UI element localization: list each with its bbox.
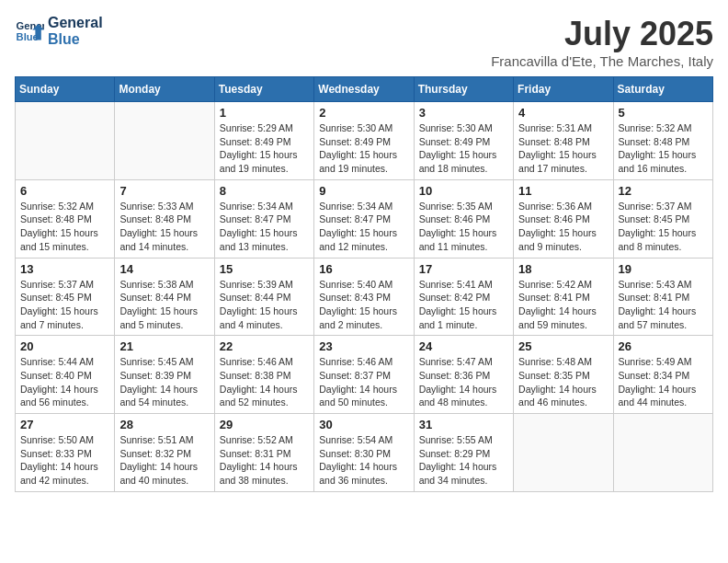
day-number: 13	[20, 262, 109, 276]
calendar-cell	[514, 414, 613, 492]
calendar-cell: 3Sunrise: 5:30 AM Sunset: 8:49 PM Daylig…	[414, 102, 513, 180]
day-number: 25	[518, 339, 608, 353]
calendar-cell: 6Sunrise: 5:32 AM Sunset: 8:48 PM Daylig…	[16, 179, 115, 258]
day-number: 28	[119, 418, 209, 431]
day-info: Sunrise: 5:46 AM Sunset: 8:37 PM Dayligh…	[319, 355, 408, 409]
day-number: 9	[319, 184, 408, 198]
day-number: 23	[319, 339, 408, 353]
day-info: Sunrise: 5:39 AM Sunset: 8:44 PM Dayligh…	[220, 278, 309, 332]
calendar-cell: 31Sunrise: 5:55 AM Sunset: 8:29 PM Dayli…	[414, 414, 513, 492]
day-number: 8	[220, 184, 309, 198]
calendar-week-row: 1Sunrise: 5:29 AM Sunset: 8:49 PM Daylig…	[16, 102, 713, 180]
calendar-cell	[115, 102, 214, 180]
day-info: Sunrise: 5:35 AM Sunset: 8:46 PM Dayligh…	[419, 200, 508, 254]
calendar-cell: 23Sunrise: 5:46 AM Sunset: 8:37 PM Dayli…	[314, 336, 414, 414]
calendar-cell: 5Sunrise: 5:32 AM Sunset: 8:48 PM Daylig…	[613, 102, 712, 180]
calendar-table: SundayMondayTuesdayWednesdayThursdayFrid…	[15, 76, 713, 492]
calendar-header-row: SundayMondayTuesdayWednesdayThursdayFrid…	[16, 77, 713, 102]
day-number: 24	[419, 339, 508, 353]
day-number: 14	[119, 262, 209, 276]
day-number: 6	[20, 184, 109, 198]
calendar-cell: 13Sunrise: 5:37 AM Sunset: 8:45 PM Dayli…	[16, 258, 115, 336]
location-subtitle: Francavilla d'Ete, The Marches, Italy	[491, 53, 713, 69]
logo-blue: Blue	[48, 31, 103, 48]
day-info: Sunrise: 5:43 AM Sunset: 8:41 PM Dayligh…	[619, 278, 708, 332]
day-info: Sunrise: 5:49 AM Sunset: 8:34 PM Dayligh…	[619, 355, 708, 409]
day-number: 22	[220, 339, 309, 353]
calendar-week-row: 20Sunrise: 5:44 AM Sunset: 8:40 PM Dayli…	[16, 336, 713, 414]
svg-text:Blue: Blue	[17, 30, 39, 41]
day-info: Sunrise: 5:41 AM Sunset: 8:42 PM Dayligh…	[419, 278, 508, 332]
day-number: 15	[220, 262, 309, 276]
day-number: 1	[220, 106, 309, 120]
day-info: Sunrise: 5:47 AM Sunset: 8:36 PM Dayligh…	[419, 355, 508, 409]
day-number: 20	[20, 339, 109, 353]
page-header: General Blue General Blue July 2025 Fran…	[15, 15, 713, 69]
calendar-week-row: 27Sunrise: 5:50 AM Sunset: 8:33 PM Dayli…	[16, 414, 713, 492]
logo-icon: General Blue	[15, 17, 44, 46]
calendar-cell: 22Sunrise: 5:46 AM Sunset: 8:38 PM Dayli…	[214, 336, 313, 414]
calendar-cell: 28Sunrise: 5:51 AM Sunset: 8:32 PM Dayli…	[115, 414, 214, 492]
day-number: 3	[419, 106, 508, 120]
day-number: 2	[319, 106, 408, 120]
day-info: Sunrise: 5:42 AM Sunset: 8:41 PM Dayligh…	[518, 278, 608, 332]
day-number: 12	[619, 184, 708, 198]
calendar-cell: 20Sunrise: 5:44 AM Sunset: 8:40 PM Dayli…	[16, 336, 115, 414]
day-info: Sunrise: 5:37 AM Sunset: 8:45 PM Dayligh…	[619, 200, 708, 254]
day-info: Sunrise: 5:50 AM Sunset: 8:33 PM Dayligh…	[20, 433, 109, 488]
day-info: Sunrise: 5:30 AM Sunset: 8:49 PM Dayligh…	[319, 121, 408, 176]
title-area: July 2025 Francavilla d'Ete, The Marches…	[491, 15, 713, 69]
day-info: Sunrise: 5:38 AM Sunset: 8:44 PM Dayligh…	[119, 278, 209, 332]
logo: General Blue General Blue	[15, 15, 103, 47]
calendar-cell: 27Sunrise: 5:50 AM Sunset: 8:33 PM Dayli…	[16, 414, 115, 492]
day-header-monday: Monday	[115, 77, 214, 102]
calendar-cell: 7Sunrise: 5:33 AM Sunset: 8:48 PM Daylig…	[115, 179, 214, 258]
day-info: Sunrise: 5:32 AM Sunset: 8:48 PM Dayligh…	[619, 121, 708, 176]
day-info: Sunrise: 5:34 AM Sunset: 8:47 PM Dayligh…	[220, 200, 309, 254]
day-number: 4	[518, 106, 608, 120]
day-header-friday: Friday	[514, 77, 613, 102]
calendar-cell: 11Sunrise: 5:36 AM Sunset: 8:46 PM Dayli…	[514, 179, 613, 258]
day-number: 17	[419, 262, 508, 276]
calendar-cell: 12Sunrise: 5:37 AM Sunset: 8:45 PM Dayli…	[613, 179, 712, 258]
month-title: July 2025	[491, 15, 713, 53]
day-info: Sunrise: 5:40 AM Sunset: 8:43 PM Dayligh…	[319, 278, 408, 332]
day-number: 18	[518, 262, 608, 276]
day-number: 11	[518, 184, 608, 198]
day-info: Sunrise: 5:36 AM Sunset: 8:46 PM Dayligh…	[518, 200, 608, 254]
day-info: Sunrise: 5:55 AM Sunset: 8:29 PM Dayligh…	[419, 433, 508, 488]
day-header-tuesday: Tuesday	[214, 77, 313, 102]
day-info: Sunrise: 5:33 AM Sunset: 8:48 PM Dayligh…	[119, 200, 209, 254]
day-number: 30	[319, 418, 408, 431]
day-number: 16	[319, 262, 408, 276]
calendar-cell: 25Sunrise: 5:48 AM Sunset: 8:35 PM Dayli…	[514, 336, 613, 414]
day-header-sunday: Sunday	[16, 77, 115, 102]
calendar-week-row: 6Sunrise: 5:32 AM Sunset: 8:48 PM Daylig…	[16, 179, 713, 258]
day-info: Sunrise: 5:29 AM Sunset: 8:49 PM Dayligh…	[220, 121, 309, 176]
calendar-cell	[613, 414, 712, 492]
calendar-cell: 21Sunrise: 5:45 AM Sunset: 8:39 PM Dayli…	[115, 336, 214, 414]
day-header-wednesday: Wednesday	[314, 77, 414, 102]
calendar-cell: 17Sunrise: 5:41 AM Sunset: 8:42 PM Dayli…	[414, 258, 513, 336]
calendar-cell: 4Sunrise: 5:31 AM Sunset: 8:48 PM Daylig…	[514, 102, 613, 180]
calendar-cell: 9Sunrise: 5:34 AM Sunset: 8:47 PM Daylig…	[314, 179, 414, 258]
day-number: 5	[619, 106, 708, 120]
calendar-cell: 16Sunrise: 5:40 AM Sunset: 8:43 PM Dayli…	[314, 258, 414, 336]
day-number: 10	[419, 184, 508, 198]
calendar-week-row: 13Sunrise: 5:37 AM Sunset: 8:45 PM Dayli…	[16, 258, 713, 336]
day-info: Sunrise: 5:34 AM Sunset: 8:47 PM Dayligh…	[319, 200, 408, 254]
calendar-cell: 15Sunrise: 5:39 AM Sunset: 8:44 PM Dayli…	[214, 258, 313, 336]
day-number: 7	[119, 184, 209, 198]
day-info: Sunrise: 5:48 AM Sunset: 8:35 PM Dayligh…	[518, 355, 608, 409]
calendar-cell	[16, 102, 115, 180]
calendar-cell: 19Sunrise: 5:43 AM Sunset: 8:41 PM Dayli…	[613, 258, 712, 336]
day-info: Sunrise: 5:31 AM Sunset: 8:48 PM Dayligh…	[518, 121, 608, 176]
day-number: 31	[419, 418, 508, 431]
day-info: Sunrise: 5:32 AM Sunset: 8:48 PM Dayligh…	[20, 200, 109, 254]
calendar-cell: 30Sunrise: 5:54 AM Sunset: 8:30 PM Dayli…	[314, 414, 414, 492]
calendar-cell: 18Sunrise: 5:42 AM Sunset: 8:41 PM Dayli…	[514, 258, 613, 336]
calendar-cell: 14Sunrise: 5:38 AM Sunset: 8:44 PM Dayli…	[115, 258, 214, 336]
day-number: 26	[619, 339, 708, 353]
logo-general: General	[48, 15, 103, 31]
day-info: Sunrise: 5:37 AM Sunset: 8:45 PM Dayligh…	[20, 278, 109, 332]
